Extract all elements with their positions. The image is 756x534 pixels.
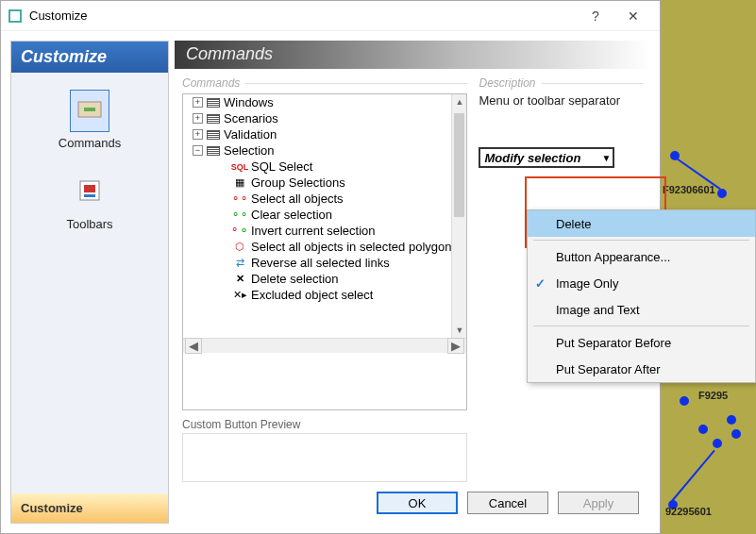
dropdown-label: Modify selection (484, 151, 580, 165)
menu-item[interactable]: Delete (528, 210, 755, 237)
menu-item[interactable]: Put Separator Before (528, 329, 755, 356)
tree-item[interactable]: ⇄Reverse all selected links (183, 255, 451, 271)
dialog-buttons: OK Cancel Apply (175, 482, 650, 524)
preview-box (182, 433, 467, 482)
tree-folder[interactable]: +Scenarios (183, 110, 451, 126)
commands-column: Commands +Windows+Scenarios+Validation−S… (182, 76, 467, 482)
tree-item[interactable]: ▦Group Selections (183, 175, 451, 191)
map-node-label: F92306601 (663, 184, 715, 195)
sidebar: Customize Commands Toolbars Customize (10, 41, 169, 524)
tree-item[interactable]: ⚬⚬Invert current selection (183, 223, 451, 239)
chevron-down-icon: ▼ (602, 153, 612, 163)
commands-icon (70, 90, 109, 132)
tree-item[interactable]: ✕Delete selection (183, 271, 451, 287)
menu-item-label: Image Only (556, 276, 618, 291)
title-bar: Customize ? ✕ (1, 1, 660, 31)
menu-item-label: Button Appearance... (556, 250, 670, 264)
context-menu: DeleteButton Appearance...✓Image OnlyIma… (527, 209, 756, 383)
svg-rect-3 (84, 185, 95, 192)
help-button[interactable]: ? (577, 3, 614, 29)
menu-separator (533, 240, 749, 241)
menu-item-label: Delete (556, 217, 592, 231)
sidebar-item-label: Commands (48, 136, 131, 150)
window-title: Customize (29, 8, 577, 23)
sidebar-footer[interactable]: Customize (11, 493, 168, 523)
preview-label: Custom Button Preview (182, 418, 467, 431)
horizontal-scrollbar[interactable]: ◀▶ (183, 338, 466, 353)
menu-separator (533, 325, 749, 326)
check-icon: ✓ (535, 276, 546, 291)
menu-item[interactable]: Image and Text (528, 296, 755, 323)
menu-item-label: Put Separator After (556, 362, 661, 376)
sidebar-item-label: Toolbars (48, 217, 131, 231)
menu-item-label: Put Separator Before (556, 336, 671, 350)
description-label: Description (479, 76, 643, 90)
tree-folder[interactable]: +Windows (183, 94, 451, 110)
vertical-scrollbar[interactable]: ▲ ▼ (451, 94, 466, 338)
main-header: Commands (175, 41, 650, 69)
description-text: Menu or toolbar separator (479, 93, 643, 108)
close-button[interactable]: ✕ (614, 3, 652, 29)
toolbars-icon (70, 171, 109, 213)
tree-item[interactable]: ✕▸Excluded object select (183, 287, 451, 303)
sidebar-item-toolbars[interactable]: Toolbars (42, 165, 137, 237)
tree-folder[interactable]: +Validation (183, 126, 451, 142)
svg-rect-4 (84, 194, 95, 197)
menu-item[interactable]: Button Appearance... (528, 243, 755, 270)
sidebar-header: Customize (11, 42, 168, 73)
commands-label: Commands (182, 76, 467, 90)
sidebar-item-commands[interactable]: Commands (42, 84, 137, 156)
menu-item-label: Image and Text (556, 303, 640, 317)
menu-item[interactable]: ✓Image Only (528, 270, 755, 296)
tree-item[interactable]: ⬡Select all objects in selected polygon (183, 239, 451, 255)
menu-item[interactable]: Put Separator After (528, 356, 755, 382)
commands-tree[interactable]: +Windows+Scenarios+Validation−SelectionS… (182, 93, 467, 410)
tree-item[interactable]: ⚬⚬Clear selection (183, 207, 451, 223)
ok-button[interactable]: OK (377, 492, 458, 514)
map-node-label: 92295601 (665, 506, 712, 517)
modify-selection-dropdown[interactable]: Modify selection ▼ (479, 147, 614, 168)
tree-item[interactable]: ⚬⚬Select all objects (183, 191, 451, 207)
tree-folder[interactable]: −Selection (183, 142, 451, 159)
apply-button[interactable]: Apply (558, 492, 639, 514)
map-node-label: F9295 (698, 390, 728, 401)
svg-rect-1 (84, 108, 95, 111)
window-icon (8, 9, 22, 23)
cancel-button[interactable]: Cancel (467, 492, 548, 514)
tree-item[interactable]: SQLSQL Select (183, 159, 451, 175)
